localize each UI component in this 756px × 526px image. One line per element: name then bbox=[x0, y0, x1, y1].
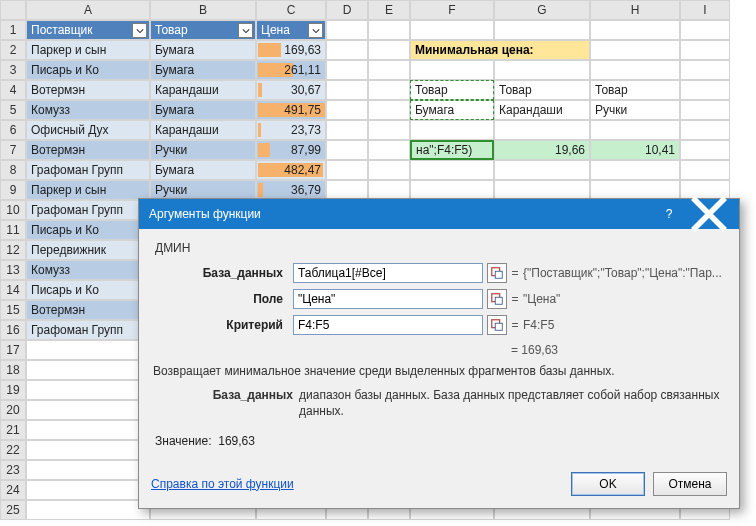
cell[interactable] bbox=[590, 180, 680, 200]
price-cell[interactable]: 30,67 bbox=[256, 80, 326, 100]
cell[interactable] bbox=[368, 80, 410, 100]
cell[interactable] bbox=[590, 160, 680, 180]
price-cell[interactable]: 87,99 bbox=[256, 140, 326, 160]
criteria-value[interactable]: Ручки bbox=[590, 100, 680, 120]
column-header[interactable]: H bbox=[590, 0, 680, 20]
row-header[interactable]: 14 bbox=[0, 280, 26, 300]
filter-dropdown-icon[interactable] bbox=[238, 23, 253, 38]
cell[interactable] bbox=[326, 140, 368, 160]
cell[interactable] bbox=[326, 120, 368, 140]
help-icon[interactable]: ? bbox=[649, 199, 689, 229]
cell[interactable] bbox=[368, 40, 410, 60]
table-cell[interactable]: Вотермэн bbox=[26, 80, 150, 100]
active-formula-cell[interactable]: на";F4:F5) bbox=[410, 140, 494, 160]
column-header[interactable]: C bbox=[256, 0, 326, 20]
column-header[interactable]: I bbox=[680, 0, 730, 20]
cell[interactable] bbox=[326, 160, 368, 180]
cell[interactable] bbox=[680, 120, 730, 140]
cell[interactable] bbox=[368, 20, 410, 40]
cell[interactable] bbox=[326, 180, 368, 200]
table-cell[interactable]: Комузз bbox=[26, 100, 150, 120]
ok-button[interactable]: OK bbox=[571, 472, 645, 496]
row-header[interactable]: 24 bbox=[0, 480, 26, 500]
row-header[interactable]: 25 bbox=[0, 500, 26, 520]
cell[interactable] bbox=[410, 20, 494, 40]
cell[interactable] bbox=[494, 120, 590, 140]
cell[interactable] bbox=[590, 60, 680, 80]
row-header[interactable]: 21 bbox=[0, 420, 26, 440]
table-cell[interactable]: Бумага bbox=[150, 160, 256, 180]
column-header[interactable]: E bbox=[368, 0, 410, 20]
table-header[interactable]: Поставщик bbox=[26, 20, 150, 40]
range-picker-icon[interactable] bbox=[487, 263, 507, 283]
table-cell[interactable]: Передвижник bbox=[26, 240, 150, 260]
cell[interactable] bbox=[368, 160, 410, 180]
help-link[interactable]: Справка по этой функции bbox=[151, 477, 294, 491]
cell[interactable] bbox=[326, 40, 368, 60]
table-cell[interactable]: Писарь и Ко bbox=[26, 220, 150, 240]
row-header[interactable]: 15 bbox=[0, 300, 26, 320]
column-header[interactable]: B bbox=[150, 0, 256, 20]
table-cell[interactable]: Вотермэн bbox=[26, 300, 150, 320]
price-cell[interactable]: 491,75 bbox=[256, 100, 326, 120]
row-header[interactable]: 3 bbox=[0, 60, 26, 80]
table-cell[interactable]: Бумага bbox=[150, 60, 256, 80]
close-icon[interactable] bbox=[689, 199, 729, 229]
cell[interactable] bbox=[494, 20, 590, 40]
cell[interactable] bbox=[26, 500, 150, 520]
table-cell[interactable]: Писарь и Ко bbox=[26, 280, 150, 300]
price-cell[interactable]: 482,47 bbox=[256, 160, 326, 180]
select-all-corner[interactable] bbox=[0, 0, 26, 20]
table-cell[interactable]: Паркер и сын bbox=[26, 180, 150, 200]
cell[interactable] bbox=[590, 40, 680, 60]
cell[interactable] bbox=[326, 100, 368, 120]
table-cell[interactable]: Офисный Дух bbox=[26, 120, 150, 140]
cancel-button[interactable]: Отмена bbox=[653, 472, 727, 496]
cell[interactable] bbox=[326, 20, 368, 40]
cell[interactable] bbox=[410, 60, 494, 80]
row-header[interactable]: 4 bbox=[0, 80, 26, 100]
table-cell[interactable]: Писарь и Ко bbox=[26, 60, 150, 80]
price-cell[interactable]: 36,79 bbox=[256, 180, 326, 200]
table-header[interactable]: Товар bbox=[150, 20, 256, 40]
cell[interactable] bbox=[368, 100, 410, 120]
price-cell[interactable]: 169,63 bbox=[256, 40, 326, 60]
cell[interactable] bbox=[26, 440, 150, 460]
row-header[interactable]: 1 bbox=[0, 20, 26, 40]
filter-dropdown-icon[interactable] bbox=[132, 23, 147, 38]
cell[interactable] bbox=[590, 120, 680, 140]
cell[interactable] bbox=[494, 160, 590, 180]
min-price-title[interactable]: Минимальная цена: bbox=[410, 40, 590, 60]
arg-input-database[interactable] bbox=[293, 263, 483, 283]
cell[interactable] bbox=[326, 80, 368, 100]
row-header[interactable]: 11 bbox=[0, 220, 26, 240]
cell[interactable] bbox=[326, 60, 368, 80]
row-header[interactable]: 5 bbox=[0, 100, 26, 120]
cell[interactable] bbox=[680, 60, 730, 80]
table-cell[interactable]: Графоман Групп bbox=[26, 200, 150, 220]
cell[interactable] bbox=[410, 120, 494, 140]
column-header[interactable]: D bbox=[326, 0, 368, 20]
range-picker-icon[interactable] bbox=[487, 289, 507, 309]
price-cell[interactable]: 261,11 bbox=[256, 60, 326, 80]
row-header[interactable]: 10 bbox=[0, 200, 26, 220]
row-header[interactable]: 20 bbox=[0, 400, 26, 420]
table-cell[interactable]: Ручки bbox=[150, 180, 256, 200]
cell[interactable] bbox=[680, 80, 730, 100]
row-header[interactable]: 2 bbox=[0, 40, 26, 60]
table-cell[interactable]: Вотермэн bbox=[26, 140, 150, 160]
table-cell[interactable]: Графоман Групп bbox=[26, 320, 150, 340]
cell[interactable] bbox=[494, 180, 590, 200]
table-cell[interactable]: Карандаши bbox=[150, 80, 256, 100]
cell[interactable] bbox=[680, 100, 730, 120]
range-picker-icon[interactable] bbox=[487, 315, 507, 335]
row-header[interactable]: 18 bbox=[0, 360, 26, 380]
cell[interactable] bbox=[494, 60, 590, 80]
row-header[interactable]: 13 bbox=[0, 260, 26, 280]
criteria-value[interactable]: Бумага bbox=[410, 100, 494, 120]
arg-input-criteria[interactable] bbox=[293, 315, 483, 335]
row-header[interactable]: 8 bbox=[0, 160, 26, 180]
column-header[interactable]: F bbox=[410, 0, 494, 20]
criteria-header[interactable]: Товар bbox=[410, 80, 494, 100]
row-header[interactable]: 22 bbox=[0, 440, 26, 460]
